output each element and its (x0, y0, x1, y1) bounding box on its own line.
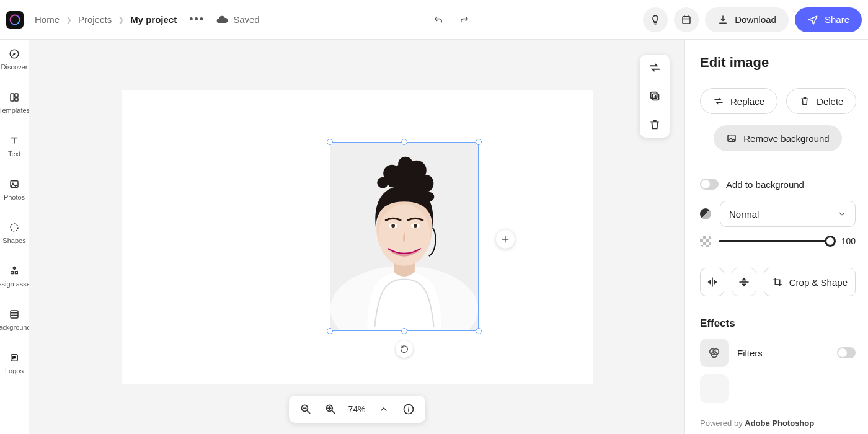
save-status-label: Saved (233, 14, 260, 25)
filters-row[interactable]: Filters (700, 339, 856, 367)
zoom-out-button[interactable] (298, 402, 312, 416)
opacity-slider[interactable] (719, 240, 831, 242)
calendar-button[interactable] (674, 7, 699, 32)
powered-by-brand: Adobe Photoshop (745, 418, 814, 428)
canvas-area[interactable]: 74% (29, 40, 684, 434)
adobe-express-logo-icon (9, 14, 21, 26)
zoom-in-button[interactable] (323, 402, 337, 416)
effects-section-title: Effects (700, 317, 856, 330)
svg-point-0 (11, 15, 20, 24)
header-actions: Download Share (643, 7, 862, 32)
history-controls (260, 12, 644, 27)
zoom-value: 74% (348, 404, 365, 414)
assets-icon (9, 265, 20, 277)
svg-point-8 (11, 224, 18, 231)
crop-icon (772, 277, 783, 288)
svg-point-23 (377, 177, 388, 188)
left-rail: Discover Templates Text Photos Shapes De… (0, 40, 29, 434)
share-button[interactable]: Share (795, 7, 862, 32)
download-button[interactable]: Download (705, 7, 789, 32)
resize-handle-br[interactable] (476, 328, 482, 334)
portrait-image (330, 143, 478, 330)
replace-button[interactable]: Replace (700, 88, 777, 114)
plus-move-icon (500, 234, 510, 244)
crop-shape-button[interactable]: Crop & Shape (764, 268, 856, 296)
undo-button[interactable] (431, 12, 446, 27)
effects-row-more[interactable] (700, 374, 856, 403)
svg-point-17 (391, 224, 395, 228)
flip-vertical-icon (738, 276, 750, 288)
add-element-button[interactable] (496, 230, 515, 249)
delete-button[interactable]: Delete (786, 88, 856, 114)
rail-discover[interactable]: Discover (0, 48, 29, 71)
download-icon (717, 14, 728, 25)
opacity-row: 100 (700, 236, 856, 247)
rail-templates[interactable]: Templates (0, 92, 29, 114)
swap-horizontal-icon[interactable] (648, 61, 662, 74)
breadcrumb-projects[interactable]: Projects (78, 14, 112, 25)
rail-photos[interactable]: Photos (0, 179, 29, 201)
remove-bg-row: Remove background (700, 125, 856, 151)
remove-background-button[interactable]: Remove background (714, 125, 841, 151)
more-options-button[interactable]: ••• (189, 13, 205, 26)
compass-icon (9, 48, 20, 60)
save-status: Saved (216, 14, 260, 26)
resize-handle-bl[interactable] (327, 328, 333, 334)
rail-shapes[interactable]: Shapes (0, 222, 29, 244)
resize-handle-tm[interactable] (401, 139, 407, 145)
opacity-slider-thumb[interactable] (825, 236, 836, 247)
chevron-right-icon: ❯ (118, 16, 124, 24)
flip-vertical-button[interactable] (732, 268, 756, 296)
rail-backgrounds[interactable]: Backgrounds (0, 309, 29, 331)
rotate-handle[interactable] (396, 340, 413, 358)
svg-point-18 (413, 224, 417, 228)
image-remove-icon (726, 133, 737, 144)
svg-rect-1 (683, 16, 690, 23)
app-header: Home ❯ Projects ❯ My project ••• Saved D… (0, 0, 868, 40)
rail-text[interactable]: Text (0, 135, 29, 157)
svg-rect-4 (15, 94, 18, 97)
resize-handle-tr[interactable] (476, 139, 482, 145)
chevron-up-icon (379, 404, 389, 414)
panel-title: Edit image (700, 55, 856, 71)
tips-button[interactable] (643, 7, 668, 32)
resize-handle-tl[interactable] (327, 139, 333, 145)
selected-image[interactable] (330, 142, 479, 331)
lightbulb-icon (650, 14, 661, 25)
svg-rect-5 (15, 98, 18, 101)
svg-rect-9 (11, 311, 18, 318)
app-logo[interactable] (6, 11, 24, 29)
powered-by-footer: Powered by Adobe Photoshop (700, 412, 868, 428)
rail-logos[interactable]: Logos (0, 352, 29, 374)
add-to-background-toggle[interactable] (700, 179, 719, 190)
blend-mode-value: Normal (729, 209, 759, 219)
duplicate-icon[interactable] (648, 89, 662, 103)
filters-label: Filters (737, 348, 828, 358)
rail-design-assets[interactable]: Design assets (0, 265, 29, 288)
filters-toggle[interactable] (837, 347, 856, 358)
artboard[interactable] (122, 90, 593, 384)
svg-rect-3 (11, 94, 14, 101)
image-actions-row: Replace Delete (700, 88, 856, 114)
svg-point-22 (419, 175, 432, 187)
blend-mode-icon (700, 208, 711, 219)
zoom-bar: 74% (288, 396, 425, 423)
chevron-right-icon: ❯ (66, 16, 72, 24)
templates-icon (9, 92, 20, 103)
redo-button[interactable] (457, 12, 472, 27)
share-label: Share (825, 14, 849, 25)
canvas-mini-toolbar (640, 55, 670, 138)
zoom-out-icon (299, 403, 311, 415)
trash-icon[interactable] (648, 118, 662, 131)
breadcrumb-current[interactable]: My project (130, 14, 177, 25)
add-to-background-row: Add to background (700, 179, 856, 190)
effect-thumbnail (700, 374, 728, 403)
resize-handle-bm[interactable] (401, 328, 407, 334)
canvas-info-button[interactable] (402, 402, 415, 416)
flip-horizontal-button[interactable] (700, 268, 724, 296)
zoom-menu-button[interactable] (377, 402, 391, 416)
blend-mode-select[interactable]: Normal (720, 201, 856, 227)
filters-thumbnail (700, 339, 728, 367)
breadcrumb-home[interactable]: Home (35, 14, 60, 25)
opacity-value: 100 (838, 236, 856, 246)
